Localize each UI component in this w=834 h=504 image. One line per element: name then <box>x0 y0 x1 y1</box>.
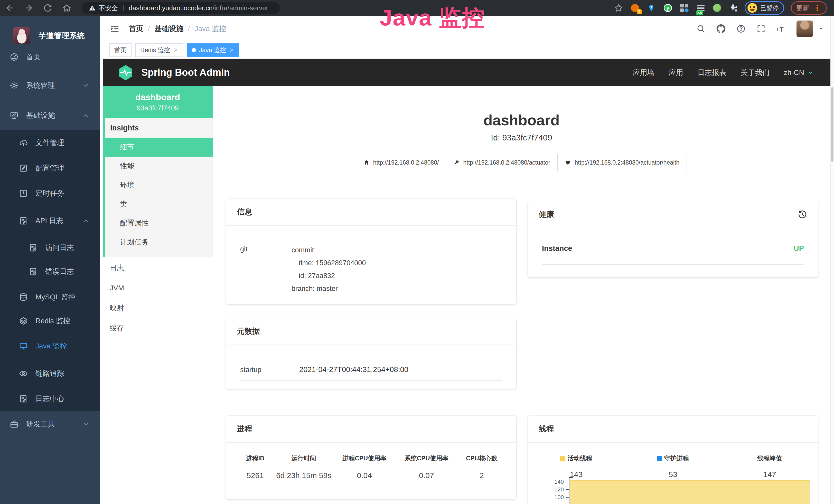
close-icon[interactable] <box>173 47 178 53</box>
sidebar-item-infra[interactable]: 基础设施 <box>0 104 100 127</box>
sba-item-classes[interactable]: 类 <box>105 194 213 214</box>
sidebar-item-label: 首页 <box>26 52 41 62</box>
link-url: http://192.168.0.2:48080/ <box>373 159 439 166</box>
process-header-uptime: 运行时间 <box>274 454 333 462</box>
sba-item-scheduled[interactable]: 计划任务 <box>105 233 213 252</box>
reload-icon[interactable] <box>43 3 52 13</box>
sba-item-env[interactable]: 环境 <box>105 176 213 194</box>
health-card-title: 健康 <box>539 209 554 220</box>
metadata-card-title: 元数据 <box>226 318 516 345</box>
gear-icon <box>10 81 19 90</box>
profile-chip[interactable]: 已暂停 <box>745 1 784 15</box>
address-bar[interactable]: 不安全 dashboard.yudao.iocoder.cn /infra/ad… <box>82 2 280 14</box>
breadcrumb-separator: / <box>188 25 190 33</box>
sba-item-logs[interactable]: 日志 <box>103 258 213 278</box>
sidebar-item-label: 日志中心 <box>36 394 64 404</box>
sidebar-item-api-log[interactable]: API 日志 <box>0 209 100 233</box>
tag-java[interactable]: Java 监控 <box>187 43 239 57</box>
fullscreen-icon[interactable] <box>756 24 766 33</box>
sidebar-item-home[interactable]: 首页 <box>0 45 100 69</box>
forward-icon[interactable] <box>24 3 34 13</box>
sidebar-item-job[interactable]: 定时任务 <box>0 182 100 205</box>
health-url-link[interactable]: http://192.168.0.2:48080/actuator/health <box>557 154 687 171</box>
tag-label: Java 监控 <box>199 46 226 54</box>
sidebar-item-error-log[interactable]: 错误日志 <box>0 260 100 283</box>
sidebar-item-label: 访问日志 <box>45 243 74 253</box>
sidebar-item-access-log[interactable]: 访问日志 <box>0 236 100 259</box>
chevron-down-icon <box>807 69 814 76</box>
instance-links: http://192.168.0.2:48080/ http://192.168… <box>213 154 830 171</box>
service-url-link[interactable]: http://192.168.0.2:48080/ <box>356 154 446 171</box>
sba-item-metrics[interactable]: 性能 <box>105 157 213 176</box>
scrollbar-thumb[interactable] <box>831 87 833 162</box>
sidebar-item-file[interactable]: 文件管理 <box>0 131 100 155</box>
breadcrumb-home[interactable]: 首页 <box>129 24 143 33</box>
breadcrumb-current: Java 监控 <box>195 24 226 33</box>
sba-item-jvm[interactable]: JVM <box>103 278 213 298</box>
breadcrumb-infra[interactable]: 基础设施 <box>155 24 183 33</box>
legend-peak-label: 线程峰值 <box>758 454 782 462</box>
extension-grid-icon[interactable] <box>679 3 689 13</box>
hamburger-icon[interactable] <box>110 24 120 33</box>
sidebar-item-java[interactable]: Java 监控 <box>0 334 100 358</box>
extension-tabs-icon[interactable]: on <box>696 3 706 13</box>
url-divider <box>123 5 124 11</box>
language-selector[interactable]: zh-CN <box>784 69 814 77</box>
sidebar-item-system[interactable]: 系统管理 <box>0 74 100 97</box>
sidebar-item-redis[interactable]: Redis 监控 <box>0 309 100 333</box>
sba-item-configprops[interactable]: 配置属性 <box>105 214 213 233</box>
health-card-body: Instance UP <box>528 228 818 265</box>
actuator-url-link[interactable]: http://192.168.0.2:48080/actuator <box>446 154 557 171</box>
extension-pin-icon[interactable] <box>646 3 656 13</box>
extension-leaf-icon[interactable] <box>712 3 722 13</box>
sidebar-item-log-center[interactable]: 日志中心 <box>0 387 100 411</box>
font-size-icon[interactable]: tT <box>776 24 786 33</box>
process-header-syscpu: 系统CPU使用率 <box>396 454 458 462</box>
sidebar-item-mysql[interactable]: MySQL 监控 <box>0 285 100 309</box>
browser-menu-icon[interactable]: ⋮ <box>813 4 821 12</box>
user-avatar[interactable] <box>796 21 813 37</box>
scrollbar-track[interactable] <box>830 16 834 504</box>
threads-chart: 140 120 100 <box>528 477 810 504</box>
sba-item-mappings[interactable]: 映射 <box>103 298 213 318</box>
sba-nav-journal[interactable]: 日志报表 <box>698 68 726 77</box>
sba-item-caches[interactable]: 缓存 <box>103 318 213 338</box>
tag-home[interactable]: 首页 <box>109 43 132 57</box>
url-host: dashboard.yudao.iocoder.cn <box>129 4 213 12</box>
sba-item-details[interactable]: 细节 <box>105 138 213 157</box>
bookmark-star-icon[interactable] <box>614 3 623 13</box>
search-icon[interactable] <box>696 24 706 33</box>
link-url: http://192.168.0.2:48080/actuator <box>463 159 550 166</box>
sidebar-item-label: 基础设施 <box>26 111 55 120</box>
sba-nav-about[interactable]: 关于我们 <box>741 68 770 77</box>
sidebar-item-label: 错误日志 <box>45 267 74 276</box>
extension-shield-icon[interactable]: 1 <box>630 3 640 13</box>
sidebar-item-config[interactable]: 配置管理 <box>0 156 100 180</box>
sidebar-item-label: API 日志 <box>36 216 63 226</box>
history-icon[interactable] <box>797 210 807 220</box>
close-icon[interactable] <box>229 47 234 53</box>
sidebar-item-devtools[interactable]: 研发工具 <box>0 412 100 436</box>
extension-green-icon[interactable]: y <box>663 3 673 13</box>
sba-nav-apps[interactable]: 应用 <box>669 68 683 77</box>
tag-redis[interactable]: Redis 监控 <box>135 43 183 57</box>
sidebar-item-label: 研发工具 <box>26 419 55 429</box>
back-icon[interactable] <box>5 3 14 13</box>
info-key: git <box>240 244 291 295</box>
legend-live-label: 活动线程 <box>567 454 592 462</box>
sba-logo-icon[interactable] <box>117 64 134 81</box>
process-card-title: 进程 <box>226 416 516 443</box>
screen: 不安全 dashboard.yudao.iocoder.cn /infra/ad… <box>0 0 834 504</box>
app-logo <box>13 27 30 44</box>
caret-down-icon[interactable] <box>818 26 824 31</box>
sba-app-header[interactable]: dashboard 93a3fc7f7409 <box>103 86 213 118</box>
github-icon[interactable] <box>716 24 726 33</box>
extensions-puzzle-icon[interactable] <box>729 3 738 13</box>
sidebar-item-trace[interactable]: 链路追踪 <box>0 362 100 385</box>
not-secure-icon <box>89 5 95 11</box>
sba-nav-wall[interactable]: 应用墙 <box>633 68 655 77</box>
home-icon[interactable] <box>62 3 71 13</box>
layers-icon <box>19 317 28 325</box>
update-button[interactable]: 更新 ⋮ <box>791 1 827 15</box>
help-icon[interactable] <box>737 24 746 33</box>
